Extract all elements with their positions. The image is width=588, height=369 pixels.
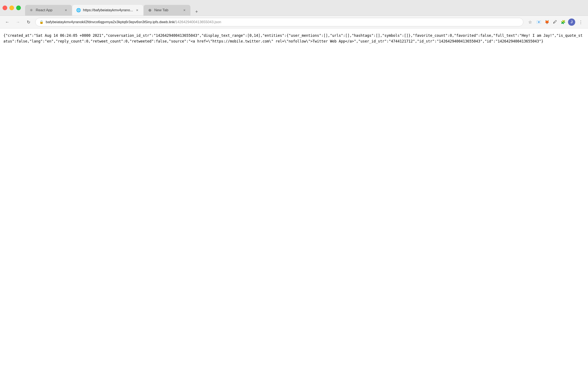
back-icon: ← bbox=[5, 20, 9, 24]
tab-react-favicon-icon: ⚛ bbox=[29, 8, 34, 12]
forward-icon: → bbox=[16, 20, 20, 24]
menu-icon: ⋮ bbox=[579, 20, 583, 25]
bookmark-icon: ☆ bbox=[528, 20, 532, 25]
menu-button[interactable]: ⋮ bbox=[577, 18, 585, 26]
profile-avatar[interactable]: J bbox=[568, 19, 575, 26]
ext-email-icon[interactable]: 📧 bbox=[536, 19, 542, 25]
tab-ipfs[interactable]: 🌐 https://bafybeiataykmv4yrano... ✕ bbox=[72, 5, 143, 16]
maximize-button[interactable] bbox=[16, 6, 21, 10]
tab-react-close-icon[interactable]: ✕ bbox=[64, 8, 68, 12]
address-base: bafybeiataykmv4yranokil2fdnvco6qgvmya2x3… bbox=[46, 20, 175, 24]
ext-extensions-icon[interactable]: 🧩 bbox=[560, 19, 566, 25]
reload-button[interactable]: ↻ bbox=[25, 18, 32, 26]
titlebar: ⚛ React App ✕ 🌐 https://bafybeiataykmv4y… bbox=[0, 0, 588, 16]
addressbar: ← → ↻ 🔒 bafybeiataykmv4yranokil2fdnvco6q… bbox=[0, 16, 588, 29]
address-path: 1426429400413655043.json bbox=[175, 20, 221, 24]
tab-ipfs-favicon-icon: 🌐 bbox=[76, 8, 81, 12]
toolbar-right: ☆ 📧 🦊 🖊 🧩 J ⋮ bbox=[526, 18, 585, 26]
reload-icon: ↻ bbox=[27, 20, 31, 25]
minimize-button[interactable] bbox=[9, 6, 14, 10]
window-controls bbox=[2, 6, 21, 10]
page-json-content: {"created_at":"Sat Aug 14 06:24:05 +0000… bbox=[0, 29, 588, 369]
tab-react-label: React App bbox=[36, 8, 62, 12]
browser-window: ⚛ React App ✕ 🌐 https://bafybeiataykmv4y… bbox=[0, 0, 588, 369]
new-tab-button[interactable]: + bbox=[192, 8, 201, 16]
lock-icon: 🔒 bbox=[39, 20, 44, 24]
ext-edit-icon[interactable]: 🖊 bbox=[552, 19, 558, 25]
tab-newtab-favicon-icon: ⊕ bbox=[147, 8, 152, 12]
close-button[interactable] bbox=[2, 6, 7, 10]
address-text: bafybeiataykmv4yranokil2fdnvco6qgvmya2x3… bbox=[46, 20, 519, 24]
tabs-bar: ⚛ React App ✕ 🌐 https://bafybeiataykmv4y… bbox=[25, 0, 586, 16]
tab-ipfs-close-icon[interactable]: ✕ bbox=[135, 8, 139, 12]
back-button[interactable]: ← bbox=[3, 18, 11, 26]
address-bar-input[interactable]: 🔒 bafybeiataykmv4yranokil2fdnvco6qgvmya2… bbox=[35, 18, 523, 26]
tab-newtab-label: New Tab bbox=[154, 8, 180, 12]
forward-button[interactable]: → bbox=[14, 18, 22, 26]
tab-newtab[interactable]: ⊕ New Tab ✕ bbox=[144, 5, 190, 16]
tab-ipfs-label: https://bafybeiataykmv4yrano... bbox=[83, 8, 133, 12]
tab-newtab-close-icon[interactable]: ✕ bbox=[182, 8, 187, 12]
ext-firefox-icon[interactable]: 🦊 bbox=[544, 19, 550, 25]
bookmark-button[interactable]: ☆ bbox=[526, 18, 534, 26]
tab-react[interactable]: ⚛ React App ✕ bbox=[25, 5, 72, 16]
